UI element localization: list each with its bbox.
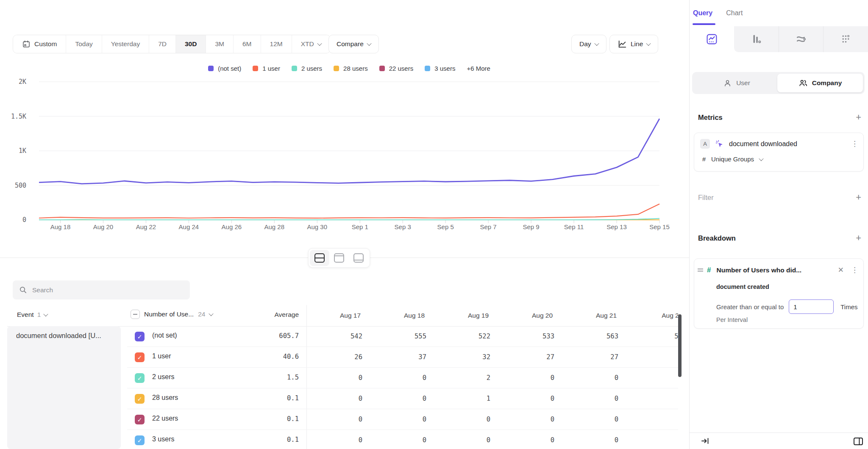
series-label: 3 users xyxy=(152,435,174,443)
split-view-icon xyxy=(314,253,325,263)
series-checkbox[interactable]: ✓ xyxy=(135,373,145,383)
layout-toggle-group xyxy=(308,248,370,268)
date-column-header: Aug 19 xyxy=(446,305,510,326)
event-column-header[interactable]: Event 1 xyxy=(17,311,47,319)
average-value: 605.7 xyxy=(279,332,299,340)
breakdown-menu-icon[interactable]: ⋮ xyxy=(851,266,858,274)
select-all-checkbox[interactable] xyxy=(131,310,140,319)
scatter-chart-tab[interactable] xyxy=(823,26,868,52)
scope-company-option[interactable]: Company xyxy=(777,74,863,92)
cell-value: 0 xyxy=(638,388,678,409)
add-filter-button[interactable]: + xyxy=(856,193,861,202)
flow-chart-tab[interactable] xyxy=(779,26,823,52)
x-tick-label: Sep 9 xyxy=(512,223,550,230)
collapse-panel-icon[interactable] xyxy=(701,437,710,445)
condition-value-input[interactable] xyxy=(789,299,834,314)
metrics-title: Metrics xyxy=(698,114,723,122)
cell-value: 27 xyxy=(510,347,574,368)
x-tick-label: Sep 15 xyxy=(640,223,679,230)
series-label: 1 user xyxy=(152,352,171,360)
cell-value: 2 xyxy=(638,347,678,368)
average-value: 0.1 xyxy=(287,394,299,402)
per-interval-label: Per Interval xyxy=(716,316,748,323)
add-breakdown-button[interactable]: + xyxy=(856,233,861,243)
line-chart-tab[interactable] xyxy=(690,26,734,52)
date-values: 54255552253356353 xyxy=(318,326,678,347)
metric-card[interactable]: A document downloaded ⋮ # Unique Groups xyxy=(694,133,864,172)
chart-only-view-button[interactable] xyxy=(329,250,349,266)
series-checkbox[interactable]: ✓ xyxy=(135,332,145,341)
cell-value: 0 xyxy=(382,368,446,388)
cell-value: 0 xyxy=(638,430,678,449)
series-line xyxy=(39,119,659,184)
x-tick-label: Sep 7 xyxy=(469,223,507,230)
sidebar-tabs: Query Chart xyxy=(690,0,868,26)
cell-value: 0 xyxy=(574,430,638,449)
cell-value: 0 xyxy=(446,430,510,449)
y-tick-label: 0 xyxy=(0,216,26,224)
date-column-header: Aug 18 xyxy=(382,305,446,326)
query-sidebar: Query Chart xyxy=(689,0,868,449)
series-column-header[interactable]: Number of Use... 24 xyxy=(131,310,213,319)
drag-handle-icon[interactable] xyxy=(698,269,703,272)
cell-value: 0 xyxy=(638,409,678,430)
scope-user-label: User xyxy=(736,79,750,87)
tab-chart[interactable]: Chart xyxy=(726,9,743,17)
x-tick-label: Aug 30 xyxy=(298,223,336,230)
cell-value: 555 xyxy=(382,326,446,347)
date-column-header: Aug 21 xyxy=(574,305,638,326)
breakdown-event-name: document created xyxy=(716,283,769,290)
x-tick-label: Aug 26 xyxy=(212,223,250,230)
cell-value: 0 xyxy=(318,368,382,388)
cell-value: 26 xyxy=(318,347,382,368)
average-column-header: Average xyxy=(275,311,299,319)
series-line xyxy=(39,219,659,220)
split-view-button[interactable] xyxy=(310,250,329,266)
breakdown-card[interactable]: # Number of Users who did... ✕ ⋮ documen… xyxy=(694,258,864,329)
vertical-scrollbar[interactable] xyxy=(678,314,682,377)
table-row: ✓(not set)605.754255552253356353 xyxy=(0,326,689,347)
breakdown-card-title: Number of Users who did... xyxy=(716,266,834,274)
search-input[interactable]: Search xyxy=(13,280,190,299)
scope-user-option[interactable]: User xyxy=(692,72,781,94)
line-chart[interactable] xyxy=(0,0,689,237)
bar-chart-icon xyxy=(751,33,762,45)
cell-value: 0 xyxy=(382,430,446,449)
tab-query[interactable]: Query xyxy=(693,9,712,17)
series-checkbox[interactable]: ✓ xyxy=(135,415,145,424)
series-checkbox[interactable]: ✓ xyxy=(135,394,145,404)
cell-value: 0 xyxy=(574,368,638,388)
bar-chart-tab[interactable] xyxy=(734,26,779,52)
x-tick-label: Aug 22 xyxy=(127,223,165,230)
table-only-view-button[interactable] xyxy=(349,250,368,266)
average-value: 0.1 xyxy=(287,415,299,423)
x-tick-label: Aug 20 xyxy=(84,223,122,230)
cell-value: 0 xyxy=(510,409,574,430)
event-count: 1 xyxy=(37,311,41,319)
series-header-label: Number of Use... xyxy=(144,310,194,318)
date-column-header: Aug 2 xyxy=(638,305,678,326)
chart-type-tab-strip xyxy=(690,26,868,52)
scope-company-label: Company xyxy=(812,79,842,87)
cell-value: 0 xyxy=(446,409,510,430)
cell-value: 27 xyxy=(574,347,638,368)
cell-value: 0 xyxy=(574,409,638,430)
cell-value: 0 xyxy=(318,430,382,449)
series-line xyxy=(39,204,659,218)
date-column-header: Aug 17 xyxy=(318,305,382,326)
series-checkbox[interactable]: ✓ xyxy=(135,435,145,445)
cell-value: 0 xyxy=(318,388,382,409)
add-metric-button[interactable]: + xyxy=(856,113,861,122)
breakdown-condition-row: Greater than or equal to Times xyxy=(716,299,858,314)
close-icon[interactable]: ✕ xyxy=(838,266,844,274)
cell-value: 32 xyxy=(446,347,510,368)
scope-toggle[interactable]: User Company xyxy=(692,72,865,94)
table-header: Event 1 Number of Use... 24 Average Aug … xyxy=(0,305,689,326)
series-checkbox[interactable]: ✓ xyxy=(135,352,145,362)
cell-value: 0 xyxy=(510,368,574,388)
metric-aggregation[interactable]: # Unique Groups xyxy=(702,155,763,163)
panel-toggle-icon[interactable] xyxy=(853,436,864,446)
metric-menu-icon[interactable]: ⋮ xyxy=(851,140,858,147)
event-click-icon xyxy=(715,139,724,148)
flow-chart-icon xyxy=(795,33,807,45)
